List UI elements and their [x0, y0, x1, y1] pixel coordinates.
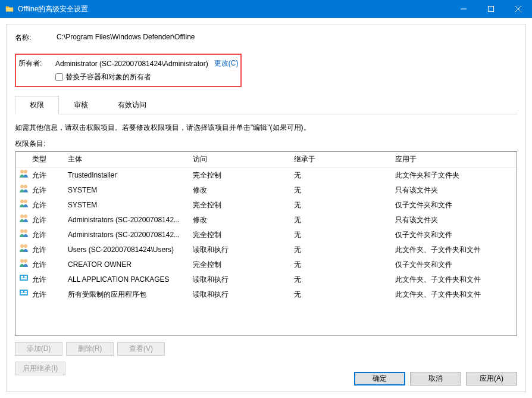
owner-block: 所有者: Administrator (SC-202007081424\Admi… [15, 54, 242, 87]
name-label: 名称: [15, 33, 57, 43]
permission-list[interactable]: 类型 主体 访问 继承于 应用于 允许TrustedInstaller完全控制无… [15, 151, 517, 336]
svg-point-5 [20, 200, 24, 203]
col-inherit[interactable]: 继承于 [294, 154, 395, 164]
replace-owner-label: 替换子容器和对象的所有者 [65, 72, 151, 82]
table-row[interactable]: 允许CREATOR OWNER完全控制无仅子文件夹和文件 [15, 257, 517, 272]
cell-access: 完全控制 [193, 229, 294, 240]
users-icon [15, 184, 32, 196]
svg-point-12 [24, 244, 27, 248]
cell-access: 完全控制 [193, 259, 294, 270]
cell-principal: Administrators (SC-20200708142... [68, 214, 193, 225]
tab-auditing[interactable]: 审核 [59, 96, 103, 114]
name-row: 名称: C:\Program Files\Windows Defender\Of… [15, 33, 517, 43]
change-owner-link[interactable]: 更改(C) [214, 58, 239, 69]
cell-access: 修改 [193, 214, 294, 225]
tab-effective-access[interactable]: 有效访问 [103, 96, 161, 114]
cell-principal: TrustedInstaller [68, 170, 193, 181]
svg-rect-16 [21, 276, 23, 278]
cell-applies: 只有该文件夹 [395, 214, 517, 225]
cell-applies: 此文件夹、子文件夹和文件 [395, 244, 517, 255]
col-type[interactable]: 类型 [32, 154, 68, 164]
cell-inherit: 无 [294, 259, 395, 270]
owner-value: Administrator (SC-202007081424\Administr… [55, 60, 208, 68]
svg-point-11 [20, 244, 24, 248]
cell-type: 允许 [32, 229, 68, 240]
maximize-button[interactable] [477, 0, 505, 18]
cancel-button[interactable]: 取消 [410, 372, 461, 385]
remove-button[interactable]: 删除(R) [66, 342, 114, 356]
footer-buttons: 确定 取消 应用(A) [354, 372, 517, 385]
view-button[interactable]: 查看(V) [117, 342, 165, 356]
table-row[interactable]: 允许TrustedInstaller完全控制无此文件夹和子文件夹 [15, 167, 517, 182]
cell-principal: SYSTEM [68, 185, 193, 195]
cell-inherit: 无 [294, 185, 395, 195]
owner-label: 所有者: [18, 58, 55, 69]
entries-label: 权限条目: [15, 139, 517, 149]
cell-principal: 所有受限制的应用程序包 [68, 289, 193, 300]
svg-rect-22 [21, 293, 27, 294]
users-icon [15, 228, 32, 241]
replace-owner-checkbox[interactable] [55, 73, 63, 81]
window-title: Offline的高级安全设置 [18, 4, 450, 14]
table-row[interactable]: 允许SYSTEM修改无只有该文件夹 [15, 182, 517, 197]
ok-button[interactable]: 确定 [354, 372, 405, 385]
svg-point-9 [20, 229, 24, 233]
close-button[interactable] [505, 0, 532, 18]
cell-inherit: 无 [294, 214, 395, 225]
table-row[interactable]: 允许Administrators (SC-20200708142...完全控制无… [15, 227, 517, 242]
svg-point-4 [24, 185, 27, 188]
cell-applies: 此文件夹和子文件夹 [395, 170, 517, 181]
cell-type: 允许 [32, 274, 68, 285]
cell-type: 允许 [32, 259, 68, 270]
package-icon [15, 288, 32, 300]
enable-inherit-button[interactable]: 启用继承(I) [15, 362, 65, 375]
cell-applies: 仅子文件夹和文件 [395, 259, 517, 270]
apply-button[interactable]: 应用(A) [466, 372, 517, 385]
table-row[interactable]: 允许所有受限制的应用程序包读取和执行无此文件夹、子文件夹和文件 [15, 287, 517, 301]
cell-applies: 仅子文件夹和文件 [395, 200, 517, 210]
cell-principal: CREATOR OWNER [68, 259, 193, 270]
cell-access: 读取和执行 [193, 274, 294, 285]
svg-point-7 [20, 214, 24, 218]
svg-rect-17 [24, 276, 27, 278]
users-icon [15, 213, 32, 226]
cell-access: 完全控制 [193, 200, 294, 210]
info-text: 如需其他信息，请双击权限项目。若要修改权限项目，请选择该项目并单击"编辑"(如果… [15, 123, 517, 133]
cell-type: 允许 [32, 200, 68, 210]
tab-permissions[interactable]: 权限 [15, 96, 59, 114]
users-icon [15, 243, 32, 256]
users-icon [15, 198, 32, 211]
add-button[interactable]: 添加(D) [15, 342, 62, 356]
cell-access: 完全控制 [193, 170, 294, 181]
svg-point-3 [20, 185, 24, 188]
cell-inherit: 无 [294, 289, 395, 300]
cell-applies: 此文件夹、子文件夹和文件 [395, 289, 517, 300]
list-header: 类型 主体 访问 继承于 应用于 [15, 152, 517, 167]
table-row[interactable]: 允许Administrators (SC-20200708142...修改无只有… [15, 212, 517, 227]
col-applies[interactable]: 应用于 [395, 154, 517, 164]
svg-rect-20 [21, 291, 23, 293]
svg-point-2 [24, 170, 27, 173]
cell-type: 允许 [32, 185, 68, 195]
svg-point-10 [24, 229, 27, 233]
minimize-button[interactable] [450, 0, 477, 18]
tabs: 权限 审核 有效访问 [15, 95, 517, 114]
table-row[interactable]: 允许Users (SC-202007081424\Users)读取和执行无此文件… [15, 242, 517, 257]
cell-inherit: 无 [294, 200, 395, 210]
cell-inherit: 无 [294, 274, 395, 285]
svg-point-8 [24, 214, 27, 218]
package-icon [15, 273, 32, 285]
table-row[interactable]: 允许SYSTEM完全控制无仅子文件夹和文件 [15, 197, 517, 212]
cell-access: 读取和执行 [193, 289, 294, 300]
svg-rect-21 [24, 291, 27, 293]
name-value: C:\Program Files\Windows Defender\Offlin… [57, 33, 195, 43]
svg-point-14 [24, 259, 27, 263]
col-access[interactable]: 访问 [193, 154, 294, 164]
cell-inherit: 无 [294, 229, 395, 240]
cell-applies: 仅子文件夹和文件 [395, 229, 517, 240]
table-row[interactable]: 允许ALL APPLICATION PACKAGES读取和执行无此文件夹、子文件… [15, 272, 517, 287]
users-icon [15, 169, 32, 181]
titlebar: Offline的高级安全设置 [0, 0, 532, 18]
cell-type: 允许 [32, 170, 68, 181]
col-principal[interactable]: 主体 [68, 154, 193, 164]
